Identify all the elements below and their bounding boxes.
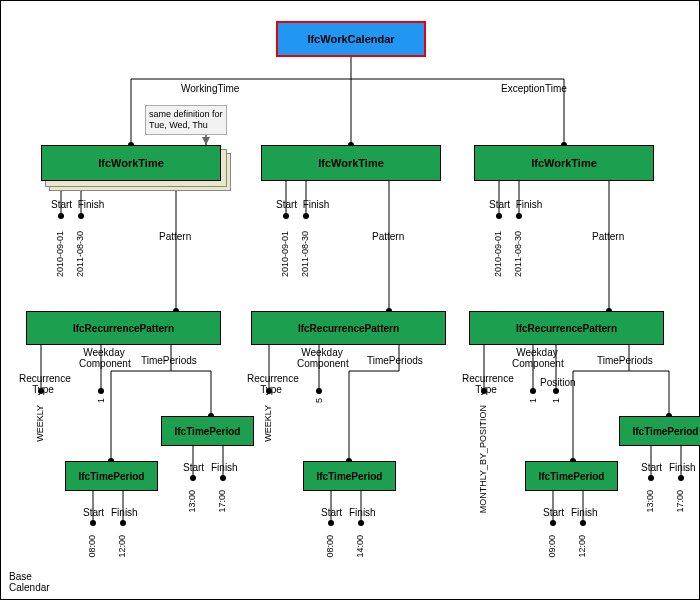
c3-finish-val: 2011-08-30	[513, 231, 523, 277]
svg-point-77	[678, 475, 684, 481]
svg-point-25	[516, 213, 522, 219]
c3-position-val: 1	[551, 398, 561, 403]
c1-start-val: 2010-09-01	[55, 231, 65, 277]
svg-point-11	[58, 213, 64, 219]
note-box: same definition for Tue, Wed, Thu	[145, 105, 227, 135]
c2-timeper-lbl: TimePeriods	[367, 355, 423, 366]
svg-point-63	[190, 475, 196, 481]
c2-start-val: 2010-09-01	[280, 231, 290, 277]
svg-marker-9	[202, 137, 210, 145]
svg-point-71	[550, 520, 556, 526]
c3b-s: 13:00	[645, 490, 655, 513]
c2-s: 08:00	[325, 535, 335, 558]
c3a-s: 09:00	[547, 535, 557, 558]
worktime-3: IfcWorkTime	[474, 145, 654, 181]
c2-weekday-lbl: Weekday Component	[297, 347, 347, 369]
c2-finish-lbl: Finish	[296, 199, 336, 210]
caption: Base Calendar	[9, 571, 50, 593]
c1b-f-lbl: Finish	[211, 462, 238, 473]
c2-s-lbl: Start	[321, 507, 342, 518]
c2-pattern-lbl: Pattern	[372, 231, 404, 242]
c3-weekday-lbl: Weekday Component	[512, 347, 562, 369]
c1a-f-lbl: Finish	[111, 507, 138, 518]
recpattern-2: IfcRecurrencePattern	[251, 311, 446, 345]
root-node: IfcWorkCalendar	[276, 21, 426, 57]
c1-finish-val: 2011-08-30	[75, 231, 85, 277]
c3-start-val: 2010-09-01	[493, 231, 503, 277]
c1b-f: 17:00	[217, 490, 227, 513]
c1-timeper-lbl: TimePeriods	[141, 355, 197, 366]
tp-c1b: IfcTimePeriod	[161, 416, 254, 446]
svg-point-59	[90, 520, 96, 526]
c3-start-lbl: Start	[489, 199, 510, 210]
c3b-s-lbl: Start	[641, 462, 662, 473]
tp-c3b: IfcTimePeriod	[619, 416, 700, 446]
diagram-canvas: IfcWorkCalendar WorkingTime ExceptionTim…	[0, 0, 700, 600]
worktime-2: IfcWorkTime	[261, 145, 441, 181]
c3b-f: 17:00	[675, 490, 685, 513]
worktime-1: IfcWorkTime	[41, 145, 221, 181]
c3-rectype-val: MONTHLY_BY_POSITION	[478, 405, 488, 513]
c1a-f: 12:00	[117, 535, 127, 558]
svg-point-61	[120, 520, 126, 526]
c3a-f-lbl: Finish	[571, 507, 598, 518]
svg-point-23	[496, 213, 502, 219]
c1-rectype-lbl: Recurrence Type	[19, 373, 67, 395]
svg-point-69	[358, 520, 364, 526]
c2-finish-val: 2011-08-30	[300, 231, 310, 277]
c3-position-lbl: Position	[540, 377, 574, 388]
c1a-s: 08:00	[87, 535, 97, 558]
c1-start-lbl: Start	[51, 199, 72, 210]
svg-point-13	[78, 213, 84, 219]
svg-point-19	[303, 213, 309, 219]
c3a-f: 12:00	[577, 535, 587, 558]
c3-pattern-lbl: Pattern	[592, 231, 624, 242]
c2-start-lbl: Start	[276, 199, 297, 210]
c2-f-lbl: Finish	[349, 507, 376, 518]
c1b-s-lbl: Start	[183, 462, 204, 473]
c1-weekday-val: 1	[96, 398, 106, 403]
c3-weekday-val: 1	[528, 398, 538, 403]
c1b-s: 13:00	[187, 490, 197, 513]
svg-point-65	[220, 475, 226, 481]
svg-point-17	[283, 213, 289, 219]
c2-rectype-val: WEEKLY	[263, 405, 273, 442]
c3b-f-lbl: Finish	[669, 462, 696, 473]
svg-point-49	[530, 388, 536, 394]
c1-pattern-lbl: Pattern	[159, 231, 191, 242]
c1-weekday-lbl: Weekday Component	[79, 347, 129, 369]
c1-rectype-val: WEEKLY	[35, 405, 45, 442]
edge-label-exception: ExceptionTime	[501, 83, 567, 94]
svg-point-75	[648, 475, 654, 481]
svg-point-51	[553, 388, 559, 394]
c3-finish-lbl: Finish	[509, 199, 549, 210]
c2-weekday-val: 5	[314, 398, 324, 403]
tp-c2: IfcTimePeriod	[303, 461, 396, 491]
c1a-s-lbl: Start	[83, 507, 104, 518]
c1-finish-lbl: Finish	[71, 199, 111, 210]
c3-timeper-lbl: TimePeriods	[597, 355, 653, 366]
c3a-s-lbl: Start	[543, 507, 564, 518]
svg-point-41	[316, 388, 322, 394]
tp-c3a: IfcTimePeriod	[525, 461, 618, 491]
svg-point-73	[580, 520, 586, 526]
c2-f: 14:00	[355, 535, 365, 558]
tp-c1a: IfcTimePeriod	[65, 461, 158, 491]
c2-rectype-lbl: Recurrence Type	[247, 373, 295, 395]
recpattern-3: IfcRecurrencePattern	[469, 311, 664, 345]
c3-rectype-lbl: Recurrence Type	[462, 373, 510, 395]
edge-label-working: WorkingTime	[181, 83, 239, 94]
recpattern-1: IfcRecurrencePattern	[26, 311, 221, 345]
svg-point-31	[98, 388, 104, 394]
svg-point-67	[328, 520, 334, 526]
